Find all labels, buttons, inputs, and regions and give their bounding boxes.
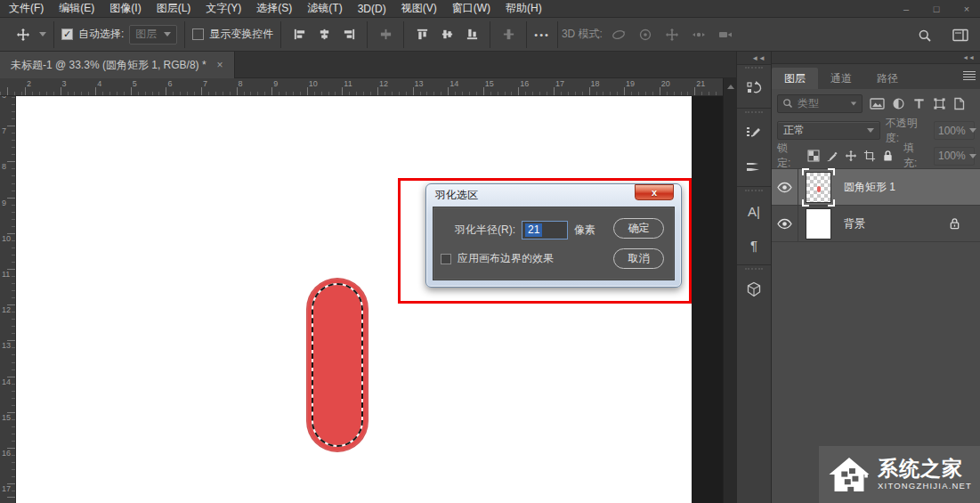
3d-slide-icon[interactable]	[688, 24, 709, 45]
character-panel-icon[interactable]: A|	[737, 194, 771, 228]
chevron-down-icon	[851, 101, 856, 105]
horizontal-ruler: 23456789101112131415161718192021	[0, 78, 723, 96]
panel-menu-icon[interactable]	[963, 71, 976, 82]
opacity-value: 100%	[938, 125, 966, 137]
distribute-horizontal-icon[interactable]	[375, 24, 396, 45]
menu-item[interactable]: 滤镜(T)	[307, 1, 342, 16]
filter-type-layers-icon[interactable]	[912, 97, 926, 110]
dialog-close-button[interactable]: x	[635, 184, 674, 200]
feather-radius-input[interactable]: 21	[522, 221, 568, 239]
visibility-toggle[interactable]	[772, 206, 798, 242]
menu-item[interactable]: 文件(F)	[9, 1, 44, 16]
history-panel-icon[interactable]	[737, 71, 771, 105]
layer-name[interactable]: 背景	[844, 216, 865, 231]
align-bottom-edges-icon[interactable]	[461, 24, 482, 45]
document-tab[interactable]: 未标题-1 @ 33.3% (圆角矩形 1, RGB/8) * ×	[0, 52, 235, 78]
layer-row-rounded-rectangle[interactable]: 圆角矩形 1	[772, 169, 980, 206]
workspace-switcher-icon[interactable]	[950, 25, 971, 46]
dock-collapse-button[interactable]: ◄◄	[737, 52, 771, 65]
ruler-number: 21	[696, 79, 723, 88]
3d-orbit-icon[interactable]	[608, 24, 629, 45]
watermark-title: 系统之家	[878, 458, 972, 479]
lock-position-icon[interactable]	[845, 150, 857, 162]
close-button[interactable]: ×	[960, 4, 973, 14]
menu-item[interactable]: 帮助(H)	[506, 1, 542, 16]
apply-canvas-bounds-checkbox[interactable]	[441, 254, 451, 264]
tab-close-icon[interactable]: ×	[217, 59, 223, 71]
align-left-edges-icon[interactable]	[288, 24, 310, 45]
chevron-down-icon	[969, 154, 976, 158]
shape-preview	[817, 186, 821, 192]
ok-button[interactable]: 确定	[613, 218, 664, 239]
feather-radius-label: 羽化半径(R):	[455, 223, 515, 238]
filter-pixel-layers-icon[interactable]	[870, 97, 885, 110]
3d-pan-icon[interactable]	[661, 24, 683, 45]
auto-select-checkbox[interactable]: ✓	[61, 28, 73, 40]
ruler-number: 12	[2, 306, 11, 342]
tab-paths[interactable]: 路径	[864, 68, 911, 89]
menu-item[interactable]: 窗口(W)	[452, 1, 490, 16]
tab-channels[interactable]: 通道	[818, 68, 864, 89]
3d-camera-icon[interactable]	[715, 24, 736, 45]
show-transform-checkbox[interactable]	[192, 28, 204, 40]
vertical-scrollbar[interactable]	[723, 78, 736, 503]
distribute-vertical-icon[interactable]	[498, 24, 519, 45]
3d-roll-icon[interactable]	[635, 24, 656, 45]
auto-select-dropdown[interactable]: 图层	[129, 25, 177, 45]
show-transform-label: 显示变换控件	[209, 27, 273, 42]
filter-adjustment-layers-icon[interactable]	[892, 97, 905, 110]
lock-pixels-icon[interactable]	[826, 150, 838, 162]
menu-item[interactable]: 图像(I)	[109, 1, 141, 16]
search-icon[interactable]	[914, 25, 935, 46]
divider	[367, 21, 368, 48]
divider	[526, 21, 527, 48]
opacity-dropdown[interactable]: 100%	[934, 121, 975, 140]
selection-marching-ants	[312, 283, 363, 447]
ruler-number: 14	[2, 378, 11, 414]
filter-shape-layers-icon[interactable]	[933, 97, 946, 110]
ruler-number: 4	[97, 79, 133, 88]
options-bar: ✓ 自动选择: 图层 显示变换控件	[0, 17, 980, 52]
menu-item[interactable]: 选择(S)	[256, 1, 292, 16]
ruler-number: 16	[2, 450, 11, 485]
brush-presets-panel-icon[interactable]	[737, 150, 771, 183]
cancel-button[interactable]: 取消	[613, 248, 664, 269]
layer-row-background[interactable]: 背景	[772, 206, 980, 242]
menu-item[interactable]: 编辑(E)	[59, 1, 94, 16]
menu-item[interactable]: 视图(V)	[401, 1, 437, 16]
panel-collapse-button[interactable]: ◄◄	[772, 52, 980, 64]
move-tool-icon[interactable]	[12, 24, 34, 45]
menu-item[interactable]: 3D(D)	[358, 3, 386, 15]
3d-panel-icon[interactable]	[737, 272, 771, 306]
layer-thumbnail[interactable]	[806, 172, 831, 203]
menu-item[interactable]: 文字(Y)	[206, 1, 241, 16]
layer-thumbnail[interactable]	[806, 208, 831, 239]
ruler-number: 17	[555, 79, 591, 88]
filter-smart-objects-icon[interactable]	[953, 97, 965, 110]
rounded-rectangle-shape[interactable]	[307, 279, 368, 451]
align-top-edges-icon[interactable]	[411, 24, 433, 45]
visibility-toggle[interactable]	[772, 169, 798, 206]
lock-artboard-icon[interactable]	[863, 150, 876, 162]
tab-layers[interactable]: 图层	[772, 68, 818, 89]
chevron-down-icon	[969, 128, 976, 133]
align-vertical-centers-icon[interactable]	[436, 24, 458, 45]
align-right-edges-icon[interactable]	[338, 24, 360, 45]
paragraph-panel-icon[interactable]: ¶	[737, 228, 771, 262]
layer-filter-dropdown[interactable]: 类型	[777, 94, 863, 113]
brush-settings-panel-icon[interactable]	[737, 116, 771, 150]
maximize-button[interactable]: □	[930, 4, 943, 14]
lock-all-icon[interactable]	[882, 150, 894, 162]
more-options-button[interactable]: •••	[534, 29, 550, 40]
blend-mode-dropdown[interactable]: 正常	[777, 121, 880, 140]
menu-item[interactable]: 图层(L)	[157, 1, 191, 16]
align-horizontal-centers-icon[interactable]	[313, 24, 335, 45]
minimize-button[interactable]: –	[900, 4, 912, 14]
fill-dropdown[interactable]: 100%	[934, 147, 975, 166]
layer-name[interactable]: 圆角矩形 1	[844, 180, 895, 195]
tool-preset-chevron-icon[interactable]	[39, 32, 46, 37]
canvas[interactable]	[16, 96, 692, 503]
scroll-up-arrow-icon[interactable]	[724, 80, 737, 93]
ruler-number: 10	[2, 235, 11, 271]
lock-transparency-icon[interactable]	[807, 150, 820, 162]
